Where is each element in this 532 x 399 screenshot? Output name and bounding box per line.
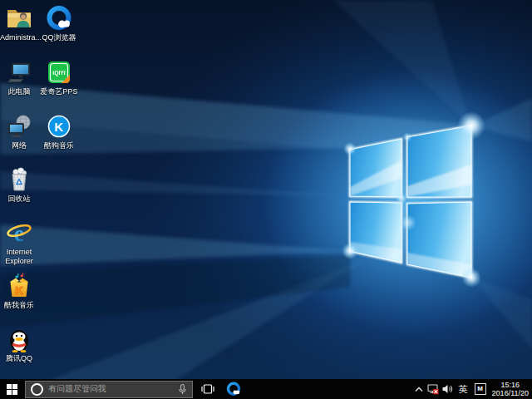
taskbar-search-input[interactable]: 有问题尽管问我: [25, 381, 193, 398]
taskbar: 有问题尽管问我: [0, 379, 532, 399]
desktop-icon-label: 爱奇艺PPS: [40, 87, 78, 96]
desktop-icon-label: 酷狗音乐: [40, 141, 78, 150]
chevron-up-icon: [415, 387, 423, 392]
task-view-button[interactable]: [198, 379, 218, 399]
qq-browser-taskbar-button[interactable]: [221, 379, 246, 399]
iqiyi-icon: iQIYI: [46, 59, 72, 86]
desktop-icon-recycle-bin[interactable]: 回收站: [0, 166, 38, 204]
desktop-icon-qq-browser[interactable]: QQ浏览器: [40, 5, 78, 42]
show-hidden-icons-button[interactable]: [412, 379, 426, 399]
desktop-icon-kugou-music[interactable]: K 酷狗音乐: [40, 113, 78, 150]
volume-button[interactable]: [441, 379, 456, 399]
internet-explorer-icon: e: [6, 219, 32, 246]
desktop-icon-network[interactable]: 网络: [0, 113, 38, 150]
qq-browser-icon: [226, 382, 241, 397]
desktop-icon-label: Administra...: [0, 33, 38, 42]
cortana-icon: [31, 383, 43, 396]
speaker-icon: [442, 384, 453, 394]
desktop[interactable]: Administra... QQ浏览器: [0, 0, 532, 399]
desktop-icon-label: 酷我音乐: [0, 301, 38, 310]
desktop-icon-label: 网络: [0, 141, 38, 150]
windows-logo-icon: [7, 384, 17, 395]
clock-time: 15:16: [492, 381, 529, 389]
search-placeholder: 有问题尽管问我: [48, 383, 179, 395]
system-tray: 英 M 15:16 2016/11/20: [412, 379, 532, 399]
recycle-bin-icon: [6, 166, 32, 193]
desktop-icon-label: Internet Explorer: [0, 248, 38, 266]
desktop-icon-kuwo-music[interactable]: K 酷我音乐: [0, 273, 38, 310]
windows-hero-wallpaper: [0, 0, 532, 399]
desktop-icon-label: 腾讯QQ: [0, 354, 38, 363]
network-icon: [6, 113, 32, 140]
tencent-qq-icon: [6, 326, 32, 352]
task-view-icon: [201, 383, 214, 395]
input-language-indicator[interactable]: 英: [456, 379, 471, 399]
clock-date: 2016/11/20: [492, 389, 529, 397]
desktop-icon-this-pc[interactable]: 此电脑: [0, 59, 38, 96]
desktop-icon-label: 此电脑: [0, 87, 38, 96]
user-folder-icon: [6, 5, 32, 32]
svg-text:K: K: [55, 120, 64, 134]
kugou-music-icon: K: [46, 113, 72, 140]
qq-browser-icon: [46, 5, 72, 32]
kuwo-music-icon: K: [6, 273, 32, 299]
ime-mode-indicator[interactable]: M: [475, 383, 486, 395]
network-disconnected-icon: [427, 384, 439, 395]
svg-text:K: K: [15, 284, 23, 297]
network-status-button[interactable]: [426, 379, 441, 399]
desktop-icon-tencent-qq[interactable]: 腾讯QQ: [0, 326, 38, 363]
start-button[interactable]: [0, 379, 24, 399]
computer-icon: [6, 59, 32, 86]
desktop-icon-administrator[interactable]: Administra...: [0, 5, 38, 42]
desktop-icon-iqiyi-pps[interactable]: iQIYI 爱奇艺PPS: [40, 59, 78, 96]
svg-text:iQIYI: iQIYI: [52, 70, 66, 76]
desktop-icon-label: 回收站: [0, 195, 38, 204]
microphone-icon[interactable]: [179, 384, 186, 395]
desktop-icon-label: QQ浏览器: [40, 33, 78, 42]
desktop-icon-internet-explorer[interactable]: e Internet Explorer: [0, 219, 38, 266]
taskbar-clock[interactable]: 15:16 2016/11/20: [492, 381, 529, 397]
